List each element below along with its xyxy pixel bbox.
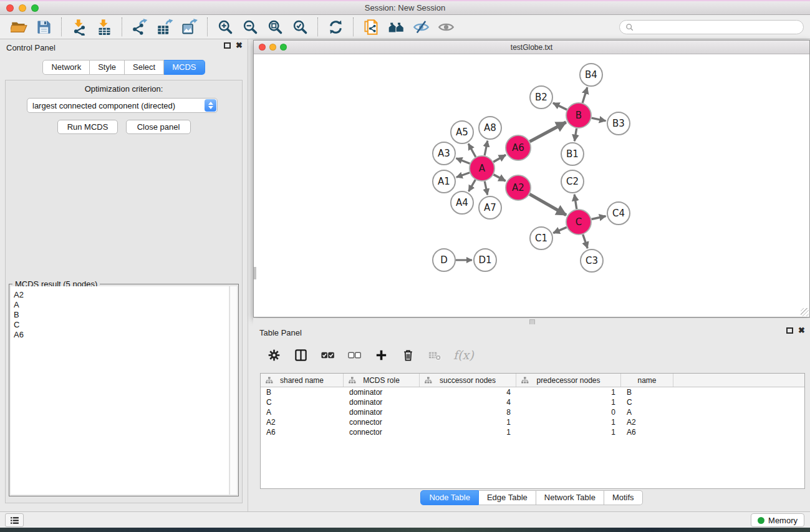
graph-edge-A-A4[interactable] [469, 180, 476, 191]
graph-node-D1[interactable]: D1 [474, 249, 496, 271]
plus-icon[interactable] [373, 347, 389, 363]
graph-node-B1[interactable]: B1 [561, 143, 584, 165]
tab-motifs[interactable]: Motifs [604, 490, 643, 505]
graph-edge-C-C1[interactable] [553, 227, 566, 233]
tab-network[interactable]: Network [42, 60, 90, 75]
graph-node-D[interactable]: D [433, 249, 455, 271]
graph-node-A4[interactable]: A4 [451, 191, 473, 214]
gear-icon[interactable] [266, 347, 282, 363]
table-row[interactable]: Bdominator41B [261, 387, 804, 397]
graph-node-A1[interactable]: A1 [433, 170, 455, 193]
mcds-result-item[interactable]: B [14, 310, 229, 320]
search-input[interactable] [634, 21, 803, 34]
mcds-result-item[interactable]: C [14, 320, 229, 330]
window-resize-grip[interactable] [801, 308, 809, 316]
delete-table-icon[interactable] [427, 347, 443, 363]
mcds-result-item[interactable]: A [14, 300, 229, 310]
graph-node-B[interactable]: B [566, 103, 591, 128]
graph-node-A2[interactable]: A2 [506, 175, 531, 200]
graph-edge-A-A2[interactable] [494, 175, 506, 181]
graph-node-A6[interactable]: A6 [506, 135, 531, 160]
graph-edge-A-A5[interactable] [468, 143, 476, 157]
mcds-result-item[interactable]: A6 [14, 330, 229, 340]
zoom-selected-icon[interactable] [287, 16, 312, 37]
open-file-icon[interactable] [6, 16, 31, 37]
save-session-icon[interactable] [31, 16, 56, 37]
network-canvas[interactable]: B4B2BB3A5A8A6A3B1AA1C2A2A4A7C4CC1C3DD1 [254, 54, 809, 317]
column-header-shared-name[interactable]: shared name [261, 374, 344, 387]
graph-edge-A-A3[interactable] [456, 158, 470, 164]
table-row[interactable]: A2connector11A2 [261, 417, 804, 427]
tab-node-table[interactable]: Node Table [420, 490, 479, 505]
graph-edge-A-A7[interactable] [485, 181, 488, 195]
trash-icon[interactable] [400, 347, 416, 363]
graph-edge-B-B4[interactable] [582, 87, 587, 103]
import-table-icon[interactable] [92, 16, 117, 37]
tab-network-table[interactable]: Network Table [536, 490, 604, 505]
zoom-out-icon[interactable] [238, 16, 263, 37]
graph-edge-C-C2[interactable] [574, 195, 577, 209]
graph-node-B2[interactable]: B2 [530, 86, 552, 109]
zoom-in-icon[interactable] [213, 16, 238, 37]
mcds-result-item[interactable]: A2 [14, 290, 229, 300]
graph-edge-B-B3[interactable] [592, 118, 606, 121]
show-icon[interactable] [433, 16, 458, 37]
deselect-all-icon[interactable] [346, 347, 362, 363]
canvas-scroll-nub[interactable] [254, 267, 256, 279]
import-network-icon[interactable] [67, 16, 92, 37]
table-row[interactable]: A6connector11A6 [261, 427, 804, 437]
tab-style[interactable]: Style [90, 60, 125, 75]
graph-node-B3[interactable]: B3 [607, 112, 630, 135]
graph-edge-A2-C[interactable] [529, 194, 566, 215]
tab-edge-table[interactable]: Edge Table [479, 490, 536, 505]
graph-node-C1[interactable]: C1 [530, 227, 552, 249]
new-network-from-file-icon[interactable] [359, 16, 383, 37]
graph-edge-A-A8[interactable] [485, 141, 488, 156]
close-table-panel-icon[interactable]: ✖ [798, 327, 805, 334]
split-columns-icon[interactable] [292, 347, 309, 363]
graph-edge-C-C4[interactable] [592, 216, 606, 219]
task-history-icon[interactable] [5, 513, 24, 527]
table-row[interactable]: Cdominator41C [261, 397, 804, 407]
float-panel-icon[interactable] [224, 42, 231, 49]
export-network-icon[interactable] [127, 16, 152, 37]
graph-edge-B-B2[interactable] [553, 103, 567, 110]
column-header-successor-nodes[interactable]: successor nodes [420, 374, 516, 387]
tab-select[interactable]: Select [125, 60, 164, 75]
criterion-dropdown[interactable]: largest connected component (directed) [27, 98, 218, 113]
close-panel-icon[interactable]: ✖ [236, 42, 243, 49]
memory-button[interactable]: Memory [751, 513, 804, 527]
select-all-icon[interactable] [319, 347, 335, 363]
column-header-predecessor-nodes[interactable]: predecessor nodes [516, 374, 621, 387]
column-header-name[interactable]: name [621, 374, 673, 387]
hide-icon[interactable] [408, 16, 433, 37]
graph-edge-A-A6[interactable] [493, 155, 506, 162]
zoom-fit-icon[interactable] [263, 16, 287, 37]
tab-mcds[interactable]: MCDS [164, 60, 205, 75]
table-row[interactable]: Adominator80A [261, 407, 804, 417]
export-table-icon[interactable] [152, 16, 177, 37]
run-mcds-button[interactable]: Run MCDS [57, 120, 118, 134]
graph-edge-A6-B[interactable] [530, 122, 566, 142]
graph-node-B4[interactable]: B4 [580, 64, 602, 86]
graph-node-A[interactable]: A [470, 156, 494, 181]
graph-edge-B-B1[interactable] [574, 128, 576, 142]
result-scrollbar[interactable] [229, 286, 237, 495]
graph-node-A5[interactable]: A5 [451, 121, 473, 143]
refresh-icon[interactable] [323, 16, 348, 37]
float-table-panel-icon[interactable] [786, 327, 793, 334]
graph-node-A3[interactable]: A3 [433, 142, 455, 165]
homes-icon[interactable] [383, 16, 408, 37]
function-builder-icon[interactable]: f(x) [453, 348, 474, 362]
column-header-MCDS-role[interactable]: MCDS role [344, 374, 420, 387]
graph-node-C[interactable]: C [566, 210, 591, 235]
close-panel-button[interactable]: Close panel [126, 120, 191, 134]
graph-node-C4[interactable]: C4 [607, 202, 630, 225]
graph-node-A7[interactable]: A7 [479, 196, 501, 219]
graph-node-C3[interactable]: C3 [581, 249, 603, 272]
graph-node-A8[interactable]: A8 [479, 117, 501, 139]
export-image-icon[interactable] [177, 16, 202, 37]
graph-edge-A-A1[interactable] [456, 173, 470, 177]
graph-edge-C-C3[interactable] [583, 235, 588, 248]
graph-node-C2[interactable]: C2 [561, 170, 584, 193]
